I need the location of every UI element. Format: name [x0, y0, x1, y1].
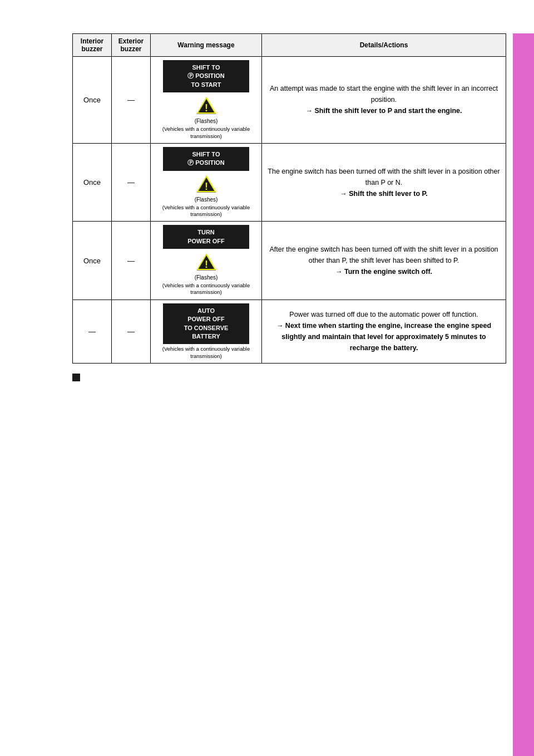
- details-text: Power was turned off due to the automati…: [289, 311, 478, 318]
- side-tab: [513, 33, 534, 756]
- warning-box: SHIFT TOⓅ POSITIONTO START: [163, 60, 249, 92]
- details-cell: The engine switch has been turned off wi…: [262, 143, 506, 221]
- footer-square: [72, 374, 80, 381]
- action-text: → Shift the shift lever to P.: [340, 190, 427, 198]
- warning-triangle-icon: !: [195, 96, 217, 115]
- warning-icon-container: ! (Flashes): [155, 252, 257, 281]
- page-container: Interiorbuzzer Exteriorbuzzer Warning me…: [0, 33, 534, 756]
- vehicles-note: (Vehicles with a continuously variable t…: [155, 346, 257, 360]
- footer-area: [72, 368, 506, 383]
- exterior-buzzer-cell: —: [112, 300, 151, 363]
- svg-text:!: !: [205, 259, 208, 270]
- header-details-actions: Details/Actions: [262, 34, 506, 57]
- details-text: After the engine switch has been turned …: [269, 246, 498, 264]
- vehicles-note: (Vehicles with a continuously variable t…: [155, 126, 257, 140]
- header-interior-buzzer: Interiorbuzzer: [73, 34, 112, 57]
- interior-buzzer-cell: Once: [73, 143, 112, 221]
- warning-triangle-icon: !: [195, 252, 217, 272]
- action-text: → Turn the engine switch off.: [335, 268, 432, 276]
- warning-message-cell: AUTOPOWER OFFTO CONSERVEBATTERY(Vehicles…: [151, 300, 262, 363]
- interior-buzzer-cell: Once: [73, 57, 112, 144]
- details-text: The engine switch has been turned off wi…: [268, 168, 500, 186]
- exterior-buzzer-cell: —: [112, 222, 151, 300]
- warning-message-cell: SHIFT TOⓅ POSITION ! (Flashes)(Vehicles …: [151, 143, 262, 221]
- warning-message-cell: SHIFT TOⓅ POSITIONTO START ! (Flashes)(V…: [151, 57, 262, 144]
- interior-buzzer-cell: Once: [73, 222, 112, 300]
- exterior-buzzer-cell: —: [112, 143, 151, 221]
- flashes-label: (Flashes): [155, 274, 257, 281]
- vehicles-note: (Vehicles with a continuously variable t…: [155, 204, 257, 218]
- header-warning-message: Warning message: [151, 34, 262, 57]
- action-text: → Next time when starting the engine, in…: [276, 322, 491, 352]
- warning-icon-container: ! (Flashes): [155, 96, 257, 124]
- vehicles-note: (Vehicles with a continuously variable t…: [155, 282, 257, 296]
- warning-triangle-icon: !: [195, 174, 217, 194]
- flashes-label: (Flashes): [155, 118, 257, 124]
- details-text: An attempt was made to start the engine …: [270, 85, 498, 104]
- action-text: → Shift the shift lever to P and start t…: [305, 107, 462, 115]
- warning-message-cell: TURNPOWER OFF ! (Flashes)(Vehicles with …: [151, 222, 262, 300]
- header-exterior-buzzer: Exteriorbuzzer: [112, 34, 151, 57]
- svg-text:!: !: [205, 102, 208, 114]
- warning-table: Interiorbuzzer Exteriorbuzzer Warning me…: [72, 33, 506, 364]
- details-cell: Power was turned off due to the automati…: [262, 300, 506, 363]
- exterior-buzzer-cell: —: [112, 57, 151, 144]
- warning-box: SHIFT TOⓅ POSITION: [163, 147, 249, 171]
- details-cell: An attempt was made to start the engine …: [262, 57, 506, 144]
- warning-icon-container: ! (Flashes): [155, 174, 257, 203]
- svg-text:!: !: [205, 181, 208, 192]
- flashes-label: (Flashes): [155, 197, 257, 203]
- interior-buzzer-cell: —: [73, 300, 112, 363]
- warning-box: TURNPOWER OFF: [163, 225, 249, 249]
- main-content: Interiorbuzzer Exteriorbuzzer Warning me…: [72, 33, 506, 383]
- warning-box: AUTOPOWER OFFTO CONSERVEBATTERY: [163, 303, 249, 345]
- details-cell: After the engine switch has been turned …: [262, 222, 506, 300]
